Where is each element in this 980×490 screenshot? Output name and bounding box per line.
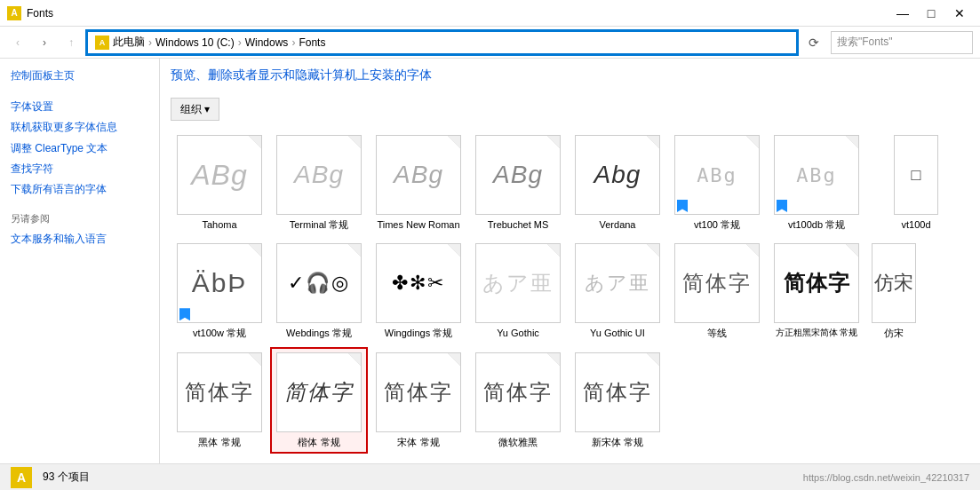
up-button[interactable]: ↑ xyxy=(60,32,82,53)
page-description: 预览、删除或者显示和隐藏计算机上安装的字体 xyxy=(171,67,969,89)
content-area: 预览、删除或者显示和隐藏计算机上安装的字体 组织 ▾ ABg Tahoma AB… xyxy=(160,59,980,463)
back-button[interactable]: ‹ xyxy=(7,32,28,53)
close-button[interactable]: ✕ xyxy=(946,4,973,22)
font-label-fangzong: 仿宋 xyxy=(884,327,904,339)
font-item-vt100[interactable]: ABg vt100 常规 xyxy=(668,130,766,236)
font-label-verdana: Verdana xyxy=(600,218,636,231)
font-item-wingdings[interactable]: ✤✻✂ Wingdings 常规 xyxy=(370,238,467,344)
font-item-vt100db[interactable]: ABg vt100db 常规 xyxy=(768,130,865,236)
font-item-fangzheng[interactable]: 简体字 方正粗黑宋简体 常规 xyxy=(768,238,865,344)
font-icon-verdana: Abg xyxy=(575,135,660,215)
font-label-yahei: 微软雅黑 xyxy=(498,436,538,448)
font-label-yu-gothic: Yu Gothic xyxy=(497,327,539,339)
font-icon-newsongti: 简体字 xyxy=(575,352,660,432)
font-icon-vt100d: □ xyxy=(894,135,938,215)
address-part-1: 此电脑 xyxy=(113,35,145,50)
status-bar: A 93 个项目 https://blog.csdn.net/weixin_42… xyxy=(0,463,980,490)
font-item-terminal[interactable]: ABg Terminal 常规 xyxy=(270,130,368,236)
font-label-dengxian: 等线 xyxy=(707,327,727,339)
search-placeholder: 搜索"Fonts" xyxy=(837,35,893,50)
font-grid: ABg Tahoma ABg Terminal 常规 ABg Times New… xyxy=(171,130,969,454)
font-item-trebuchet[interactable]: ABg Trebuchet MS xyxy=(469,130,567,236)
font-label-tahoma: Tahoma xyxy=(202,218,236,231)
organize-button[interactable]: 组织 ▾ xyxy=(171,98,219,121)
font-label-newsongti: 新宋体 常规 xyxy=(592,436,643,448)
main-layout: 控制面板主页 字体设置 联机获取更多字体信息 调整 ClearType 文本 查… xyxy=(0,59,980,463)
font-icon-kaiti: 简体字 xyxy=(276,352,362,432)
font-icon-yu-gothic: あア亜 xyxy=(475,243,561,323)
sidebar-find-char[interactable]: 查找字符 xyxy=(11,161,148,178)
font-label-heiti: 黑体 常规 xyxy=(198,436,240,448)
minimize-button[interactable]: — xyxy=(889,4,916,22)
address-bar[interactable]: A 此电脑 › Windows 10 (C:) › Windows › Font… xyxy=(87,31,797,54)
font-item-songti[interactable]: 简体字 宋体 常规 xyxy=(370,347,467,454)
font-item-fangzong[interactable]: 仿宋 仿宋 xyxy=(867,238,920,344)
sidebar-see-also: 另请参阅 xyxy=(11,212,148,225)
font-icon-terminal: ABg xyxy=(276,135,362,215)
font-icon-dengxian: 简体字 xyxy=(674,243,760,323)
sidebar-online-fonts[interactable]: 联机获取更多字体信息 xyxy=(11,119,148,136)
font-icon-wingdings: ✤✻✂ xyxy=(376,243,461,323)
status-icon: A xyxy=(11,467,32,488)
font-item-yahei[interactable]: 简体字 微软雅黑 xyxy=(469,347,567,454)
sidebar-text-services[interactable]: 文本服务和输入语言 xyxy=(11,231,148,248)
sidebar-font-settings[interactable]: 字体设置 xyxy=(11,99,148,115)
address-part-3: Windows xyxy=(245,36,289,49)
font-item-newsongti[interactable]: 简体字 新宋体 常规 xyxy=(569,347,666,454)
toolbar: 组织 ▾ xyxy=(171,98,969,121)
font-icon-songti: 简体字 xyxy=(376,352,461,432)
font-icon-vt100w: ÄbÞ xyxy=(177,243,262,323)
font-label-fangzheng: 方正粗黑宋简体 常规 xyxy=(776,327,858,338)
address-part-2: Windows 10 (C:) xyxy=(155,36,235,49)
font-icon-trebuchet: ABg xyxy=(475,135,561,215)
address-bar-icon: A xyxy=(95,36,109,50)
sidebar-download-fonts[interactable]: 下载所有语言的字体 xyxy=(11,181,148,198)
font-icon-tahoma: ABg xyxy=(177,135,262,215)
address-part-4: Fonts xyxy=(299,36,325,49)
title-bar: A Fonts — □ ✕ xyxy=(0,0,980,27)
font-label-webdings: Webdings 常规 xyxy=(286,327,352,339)
app-icon: A xyxy=(7,6,21,20)
font-label-vt100: vt100 常规 xyxy=(694,218,740,231)
font-icon-yahei: 简体字 xyxy=(475,352,561,432)
maximize-button[interactable]: □ xyxy=(918,4,944,22)
font-icon-times-new-roman: ABg xyxy=(376,135,461,215)
navigation-bar: ‹ › ↑ A 此电脑 › Windows 10 (C:) › Windows … xyxy=(0,27,980,59)
watermark: https://blog.csdn.net/weixin_42210317 xyxy=(803,472,969,483)
font-label-vt100w: vt100w 常规 xyxy=(193,327,246,339)
font-item-heiti[interactable]: 简体字 黑体 常规 xyxy=(171,347,268,454)
sidebar-control-panel[interactable]: 控制面板主页 xyxy=(11,67,148,84)
font-icon-yu-gothic-ui: あア亜 xyxy=(575,243,660,323)
font-label-kaiti: 楷体 常规 xyxy=(298,436,339,448)
font-icon-vt100db: ABg xyxy=(774,135,859,215)
font-label-vt100db: vt100db 常规 xyxy=(788,218,845,231)
search-box[interactable]: 搜索"Fonts" xyxy=(831,31,973,54)
font-item-dengxian[interactable]: 简体字 等线 xyxy=(668,238,766,344)
font-label-songti: 宋体 常规 xyxy=(397,436,439,448)
font-item-yu-gothic[interactable]: あア亜 Yu Gothic xyxy=(469,238,567,344)
font-icon-heiti: 简体字 xyxy=(177,352,262,432)
item-count: 93 个项目 xyxy=(43,470,90,485)
font-item-yu-gothic-ui[interactable]: あア亜 Yu Gothic UI xyxy=(569,238,666,344)
font-item-tahoma[interactable]: ABg Tahoma xyxy=(171,130,268,236)
font-label-yu-gothic-ui: Yu Gothic UI xyxy=(590,327,645,339)
font-icon-fangzheng: 简体字 xyxy=(774,243,859,323)
font-item-times-new-roman[interactable]: ABg Times New Roman xyxy=(370,130,467,236)
font-item-webdings[interactable]: ✓🎧◎ Webdings 常规 xyxy=(270,238,368,344)
font-icon-fangzong: 仿宋 xyxy=(872,243,916,323)
font-item-verdana[interactable]: Abg Verdana xyxy=(569,130,666,236)
font-icon-webdings: ✓🎧◎ xyxy=(276,243,362,323)
font-icon-vt100: ABg xyxy=(674,135,760,215)
font-item-kaiti[interactable]: 简体字 楷体 常规 xyxy=(270,347,368,454)
font-label-trebuchet: Trebuchet MS xyxy=(488,218,549,231)
forward-button[interactable]: › xyxy=(34,32,55,53)
font-label-vt100d: vt100d xyxy=(901,218,930,231)
refresh-button[interactable]: ⟳ xyxy=(802,31,825,54)
sidebar-cleartype[interactable]: 调整 ClearType 文本 xyxy=(11,140,148,157)
font-item-vt100d[interactable]: □ vt100d xyxy=(867,130,965,236)
font-label-times-new-roman: Times New Roman xyxy=(377,218,459,231)
font-label-terminal: Terminal 常规 xyxy=(290,218,349,231)
window-title: Fonts xyxy=(27,7,53,20)
font-item-vt100w[interactable]: ÄbÞ vt100w 常规 xyxy=(171,238,268,344)
font-label-wingdings: Wingdings 常规 xyxy=(385,327,452,339)
